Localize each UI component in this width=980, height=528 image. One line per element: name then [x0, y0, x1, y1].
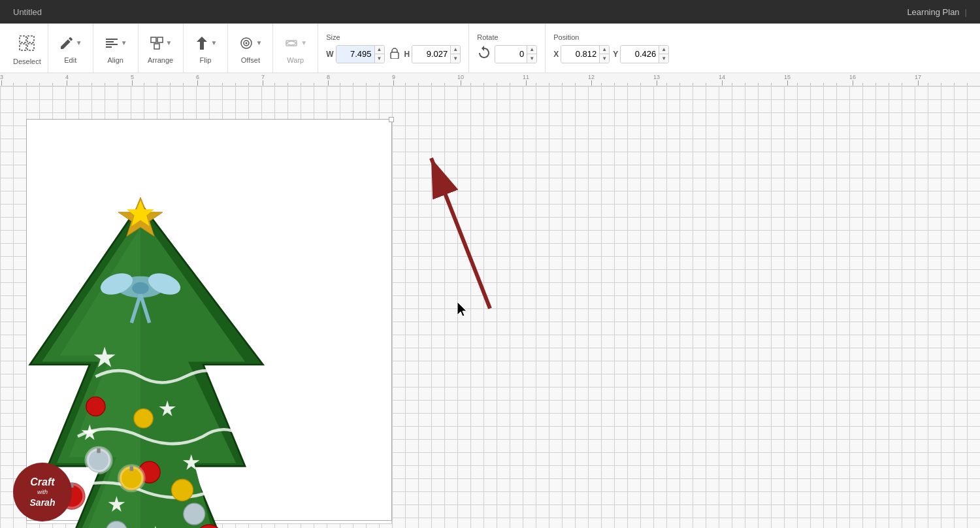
width-input-container: ▲ ▼: [336, 45, 385, 63]
warp-icon: [284, 35, 299, 51]
flip-button[interactable]: ▼: [190, 33, 221, 54]
ruler-minor-mark: [209, 83, 210, 86]
learning-plan-link[interactable]: Learning Plan |: [907, 7, 967, 17]
svg-rect-4: [106, 39, 118, 40]
lock-icon[interactable]: [388, 47, 401, 61]
canvas-area[interactable]: Craft with Sarah: [0, 86, 980, 528]
rotate-increment[interactable]: ▲: [527, 46, 536, 55]
x-increment[interactable]: ▲: [600, 46, 609, 55]
ruler-minor-mark: [314, 83, 314, 86]
height-input-container: ▲ ▼: [412, 45, 461, 63]
deselect-icon: [18, 34, 36, 52]
x-input[interactable]: [561, 46, 599, 63]
warp-label: Warp: [287, 56, 304, 64]
ruler-minor-mark: [771, 83, 772, 86]
ruler-minor-mark: [13, 83, 14, 86]
toolbar: Deselect ▼ Edit ▼ Ali: [0, 24, 980, 73]
ruler-minor-mark: [287, 83, 288, 86]
ruler-minor-mark: [353, 83, 353, 86]
ruler-minor-mark: [301, 83, 301, 86]
y-increment[interactable]: ▲: [659, 46, 668, 55]
ruler-mark-15: 15: [784, 74, 791, 86]
svg-point-42: [172, 480, 193, 501]
watermark-with: with: [30, 489, 56, 497]
width-decrement[interactable]: ▼: [375, 54, 384, 63]
x-decrement[interactable]: ▼: [600, 54, 609, 63]
below-toolbar: 34567891011121314151617: [0, 73, 980, 528]
arrange-chevron: ▼: [166, 39, 172, 46]
ruler-minor-mark: [418, 83, 419, 86]
edit-label: Edit: [64, 56, 76, 64]
flip-icon: [194, 35, 210, 51]
ruler-mark-6: 6: [196, 74, 199, 86]
ruler-minor-mark: [235, 83, 236, 86]
width-increment[interactable]: ▲: [375, 46, 384, 55]
svg-rect-7: [106, 46, 112, 48]
y-spinners: ▲ ▼: [659, 46, 668, 63]
ruler-minor-mark: [862, 83, 863, 86]
main-layout: Deselect ▼ Edit ▼ Ali: [0, 24, 980, 528]
offset-button[interactable]: ▼: [235, 33, 266, 54]
rotate-decrement[interactable]: ▼: [527, 54, 536, 63]
warp-chevron: ▼: [301, 39, 307, 46]
position-label: Position: [553, 33, 579, 41]
ruler-minor-mark: [248, 83, 249, 86]
ruler-minor-mark: [875, 83, 876, 86]
ruler-minor-mark: [536, 83, 536, 86]
ruler-minor-mark: [679, 83, 680, 86]
arrange-button[interactable]: ▼: [145, 33, 176, 54]
canvas-content[interactable]: Craft with Sarah: [0, 86, 980, 528]
svg-rect-0: [20, 36, 26, 42]
height-input[interactable]: [412, 46, 450, 63]
y-input-container: ▲ ▼: [620, 45, 669, 63]
rotate-group: Rotate ▲ ▼: [469, 24, 546, 73]
rotate-input[interactable]: [495, 46, 527, 63]
height-increment[interactable]: ▲: [451, 46, 460, 55]
deselect-button[interactable]: [15, 31, 39, 55]
ruler-minor-mark: [497, 83, 497, 86]
ruler-minor-mark: [274, 83, 275, 86]
edit-icon: [59, 35, 74, 51]
deselect-group: Deselect: [7, 24, 48, 73]
position-group: Position X ▲ ▼ Y: [546, 24, 677, 73]
x-input-container: ▲ ▼: [561, 45, 610, 63]
y-input[interactable]: [621, 46, 659, 63]
align-button[interactable]: ▼: [100, 33, 131, 54]
x-label: X: [553, 50, 559, 59]
ruler-minor-mark: [928, 83, 928, 86]
svg-point-38: [86, 397, 105, 416]
warp-button[interactable]: ▼: [280, 33, 311, 54]
ruler-minor-mark: [666, 83, 667, 86]
ruler-mark-7: 7: [261, 74, 265, 86]
watermark-sarah: Sarah: [30, 497, 56, 508]
ruler-minor-mark: [431, 83, 432, 86]
height-decrement[interactable]: ▼: [451, 54, 460, 63]
ruler-minor-mark: [183, 83, 184, 86]
ruler-minor-mark: [627, 83, 628, 86]
svg-rect-1: [27, 36, 34, 42]
svg-rect-8: [151, 37, 156, 42]
watermark: Craft with Sarah: [13, 463, 72, 521]
align-chevron: ▼: [121, 39, 127, 46]
ruler-minor-mark: [640, 83, 641, 86]
edit-button[interactable]: ▼: [55, 33, 86, 54]
app-title: Untitled: [13, 7, 42, 17]
ruler-minor-mark: [510, 83, 510, 86]
x-input-group: X ▲ ▼: [553, 45, 610, 63]
rotate-input-container: ▲ ▼: [495, 45, 537, 63]
arrange-label: Arrange: [148, 56, 173, 64]
y-decrement[interactable]: ▼: [659, 54, 668, 63]
ruler-mark-17: 17: [915, 74, 921, 86]
height-label: H: [404, 50, 410, 59]
svg-rect-6: [106, 44, 118, 45]
svg-rect-5: [106, 41, 114, 42]
ruler-minor-mark: [575, 83, 576, 86]
svg-rect-9: [157, 37, 163, 42]
ruler-mark-3: 3: [0, 74, 3, 86]
ruler-minor-mark: [967, 83, 968, 86]
ruler-minor-mark: [105, 83, 105, 86]
ruler-minor-mark: [549, 83, 549, 86]
ruler-minor-mark: [405, 83, 406, 86]
width-input[interactable]: [336, 46, 374, 63]
ruler-minor-mark: [797, 83, 798, 86]
